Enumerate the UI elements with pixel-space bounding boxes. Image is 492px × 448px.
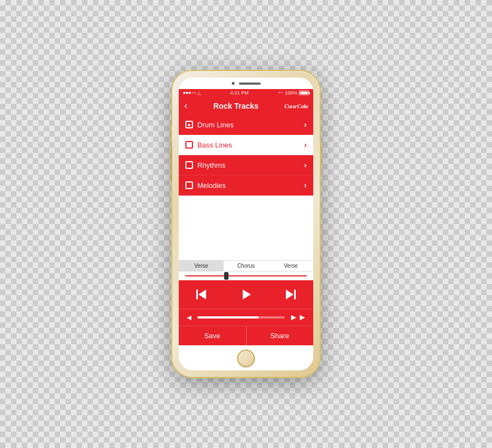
- volume-slider[interactable]: [197, 316, 285, 319]
- track-row-bass-lines[interactable]: Bass Lines ›: [179, 135, 313, 155]
- brand-logo: Coca·Cola: [284, 103, 308, 109]
- skip-prev-icon: [196, 290, 206, 299]
- chevron-icon-drum-lines: ›: [304, 120, 307, 129]
- timeline-segment-chorus[interactable]: Chorus: [224, 261, 268, 271]
- track-row-rhythms[interactable]: Rhythms ›: [179, 155, 313, 175]
- volume-high-icon: ►►: [289, 313, 307, 322]
- header-title: Rock Tracks: [188, 102, 284, 110]
- camera-area: [232, 82, 261, 85]
- skip-next-icon: [286, 290, 296, 299]
- play-icon: [243, 290, 251, 299]
- signal-dot-4: [191, 92, 194, 94]
- track-name-rhythms: Rhythms: [197, 161, 225, 169]
- track-left: Drum Lines: [185, 121, 233, 129]
- chevron-icon-bass-lines: ›: [304, 140, 307, 149]
- skip-back-button[interactable]: [191, 285, 211, 304]
- timeline-handle[interactable]: [224, 272, 229, 280]
- tracks-list: Drum Lines › Bass Lines › Rhythms ›: [179, 115, 313, 260]
- timeline-section: Verse Chorus Verse: [179, 260, 313, 280]
- track-checkbox-drum-lines[interactable]: [185, 121, 193, 128]
- share-button[interactable]: Share: [247, 326, 314, 345]
- volume-section: ◄ ►►: [179, 309, 313, 326]
- signal-dot-2: [186, 92, 188, 94]
- save-button[interactable]: Save: [179, 326, 247, 345]
- phone-device: △ 4:21 PM ⭠ 100% ‹ Rock Tracks Coca·Cola: [172, 71, 320, 377]
- skip-bar-left: [196, 290, 198, 299]
- battery-bar: [299, 91, 309, 95]
- home-button[interactable]: [237, 350, 255, 367]
- play-button[interactable]: [236, 285, 256, 304]
- triangle-left: [198, 290, 206, 299]
- triangle-right: [286, 290, 294, 299]
- home-button-area: [179, 345, 313, 370]
- signal-dot-5: [194, 92, 196, 94]
- battery-percent: 100%: [285, 90, 297, 96]
- bluetooth-icon: ⭠: [278, 90, 283, 96]
- timeline-line: [185, 275, 307, 276]
- playback-controls: [179, 280, 313, 309]
- phone-top-bezel: [179, 78, 313, 89]
- speaker-grille: [239, 82, 261, 85]
- chevron-icon-melodies: ›: [304, 181, 307, 190]
- phone-screen: △ 4:21 PM ⭠ 100% ‹ Rock Tracks Coca·Cola: [179, 78, 313, 370]
- skip-forward-button[interactable]: [281, 285, 301, 304]
- signal-dot-3: [189, 92, 191, 94]
- timeline-segment-verse-2[interactable]: Verse: [268, 261, 313, 271]
- track-row-melodies[interactable]: Melodies ›: [179, 175, 313, 196]
- bottom-actions: Save Share: [179, 326, 313, 345]
- track-checkbox-bass-lines[interactable]: [185, 141, 193, 149]
- volume-low-icon: ◄: [185, 313, 193, 322]
- front-camera: [232, 82, 235, 85]
- track-checkbox-melodies[interactable]: [185, 181, 193, 189]
- status-left: △: [183, 91, 201, 96]
- status-time: 4:21 PM: [230, 90, 249, 96]
- timeline-labels: Verse Chorus Verse: [179, 261, 313, 272]
- track-left-rhythms: Rhythms: [185, 161, 225, 169]
- track-name-melodies: Melodies: [197, 181, 226, 190]
- chevron-icon-rhythms: ›: [304, 161, 307, 169]
- status-right: ⭠ 100%: [278, 90, 309, 96]
- signal-dot-1: [183, 92, 185, 94]
- track-checkbox-rhythms[interactable]: [185, 161, 193, 169]
- track-left-bass: Bass Lines: [185, 141, 232, 149]
- timeline-track[interactable]: [179, 272, 313, 280]
- volume-fill: [197, 316, 259, 319]
- skip-bar-right: [294, 290, 296, 299]
- track-name-drum-lines: Drum Lines: [197, 121, 233, 129]
- track-row-drum-lines[interactable]: Drum Lines ›: [179, 115, 313, 135]
- battery-fill: [300, 92, 308, 94]
- app-header: ‹ Rock Tracks Coca·Cola: [179, 97, 313, 115]
- wifi-icon: △: [197, 91, 201, 96]
- timeline-segment-verse-1[interactable]: Verse: [179, 261, 224, 271]
- track-name-bass-lines: Bass Lines: [197, 141, 232, 149]
- signal-bars: [183, 92, 196, 94]
- status-bar: △ 4:21 PM ⭠ 100%: [179, 89, 313, 97]
- track-left-melodies: Melodies: [185, 181, 226, 190]
